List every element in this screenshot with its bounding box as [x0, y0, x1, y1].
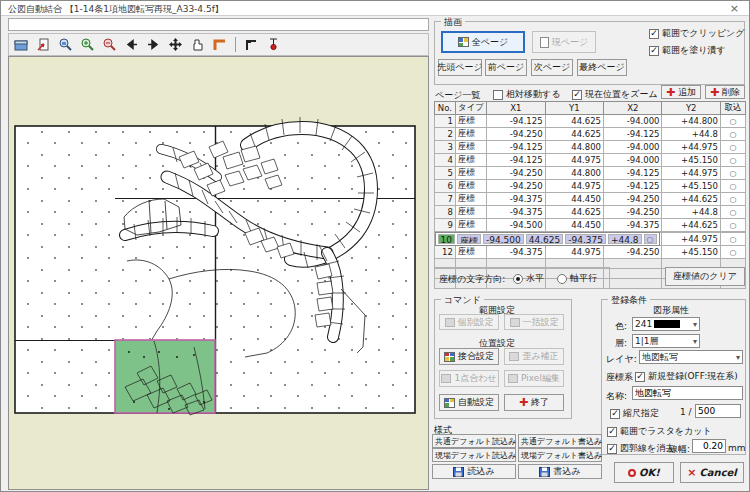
horizontal-radio-row[interactable]: 水平	[513, 272, 544, 285]
table-row[interactable]: 12座標-94.37544.975-94.250+45.150○	[435, 246, 746, 259]
clear-coordinates-button[interactable]: 座標値のクリア	[665, 267, 745, 286]
all-pages-label: 全ページ	[472, 36, 508, 49]
table-row[interactable]: 6座標-94.25044.975-94.125+45.150○	[435, 180, 746, 193]
chevron-down-icon: ▾	[736, 353, 740, 362]
write-button[interactable]: 書込み	[518, 464, 602, 479]
distortion-correct-button[interactable]: 歪み補正	[504, 348, 564, 365]
col-x2[interactable]: X2	[604, 102, 662, 115]
floppy-icon	[539, 467, 550, 477]
clip-checkbox-row[interactable]: 範囲でクリッピング	[649, 27, 744, 40]
coordinate-readout[interactable]	[8, 18, 429, 31]
site-default-read-button[interactable]: 現場デフォルト読込み	[432, 448, 516, 462]
corner-flag-icon[interactable]	[243, 36, 260, 53]
all-pages-button[interactable]: 全ページ	[441, 31, 525, 53]
first-page-button[interactable]: 先頭ページ	[438, 59, 482, 76]
color-select[interactable]: 241 ▾	[632, 317, 700, 331]
raster-cut-checkbox[interactable]	[607, 427, 617, 437]
common-default-read-button[interactable]: 共通デフォルト読込み	[432, 434, 516, 448]
col-import[interactable]: 取込	[720, 102, 745, 115]
ok-button[interactable]: OK!	[614, 462, 674, 483]
pan-icon[interactable]	[167, 36, 184, 53]
new-register-checkbox[interactable]	[635, 372, 645, 382]
arrow-left-icon[interactable]	[123, 36, 140, 53]
add-button[interactable]: ✚ 追加	[661, 85, 701, 99]
delete-label: 削除	[722, 86, 740, 99]
scale-input[interactable]	[695, 404, 741, 418]
drawing-group-label: 描画	[441, 16, 465, 29]
zoom-out-icon[interactable]	[101, 36, 118, 53]
table-row[interactable]: 5座標-94.25044.800-94.125+44.975○	[435, 167, 746, 180]
axis-parallel-radio[interactable]	[557, 274, 567, 284]
one-point-align-button[interactable]: 1点合わせ	[439, 370, 499, 387]
zoom-current-row[interactable]: 現在位置をズーム	[572, 88, 658, 101]
scale-checkbox[interactable]	[610, 409, 620, 419]
raster-cut-row[interactable]: 範囲でラスタをカット	[607, 425, 712, 438]
relative-move-checkbox[interactable]	[493, 90, 503, 100]
table-row[interactable]: 9座標-94.50044.450-94.375+44.625○	[435, 219, 746, 232]
close-icon[interactable]: ×	[730, 2, 739, 15]
pixel-edit-button[interactable]: Pixel編集	[504, 370, 564, 387]
col-y1[interactable]: Y1	[545, 102, 603, 115]
color-label: 色:	[615, 320, 627, 333]
col-type[interactable]: タイプ	[455, 102, 486, 115]
col-no[interactable]: No.	[435, 102, 456, 115]
fill-checkbox-label: 範囲を塗り潰す	[662, 44, 726, 57]
fill-checkbox[interactable]	[649, 46, 659, 56]
read-button[interactable]: 読込み	[432, 464, 516, 479]
cancel-x-icon: ×	[687, 468, 696, 477]
relative-move-row[interactable]: 相対移動する	[493, 88, 560, 101]
cancel-button[interactable]: × Cancel	[680, 462, 744, 483]
last-page-button[interactable]: 最終ページ	[577, 59, 627, 76]
zoom-window-icon[interactable]	[57, 36, 74, 53]
prev-page-button[interactable]: 前ページ	[485, 59, 527, 76]
table-row[interactable]: 10座標-94.50044.625-94.375+44.8○	[435, 232, 660, 246]
col-y2[interactable]: Y2	[662, 102, 720, 115]
scale-check-row[interactable]: 縮尺指定	[610, 407, 659, 420]
fill-checkbox-row[interactable]: 範囲を塗り潰す	[649, 44, 726, 57]
layer-select[interactable]: 1|1層 ▾	[632, 334, 700, 348]
zoom-current-checkbox[interactable]	[572, 90, 582, 100]
hand-icon[interactable]	[189, 36, 206, 53]
table-row[interactable]: 7座標-94.37544.450-94.250+44.625○	[435, 193, 746, 206]
clip-checkbox[interactable]	[649, 29, 659, 39]
axis-parallel-radio-row[interactable]: 軸平行	[557, 272, 597, 285]
current-page-button[interactable]: 現ページ	[532, 31, 596, 53]
table-row[interactable]: 1座標-94.12544.625-94.000+44.800○	[435, 115, 746, 128]
horizontal-radio[interactable]	[513, 274, 523, 284]
individual-setting-button[interactable]: 個別設定	[439, 314, 499, 330]
table-row[interactable]: 2座標-94.25044.625-94.125+44.8○	[435, 128, 746, 141]
map-canvas[interactable]	[8, 56, 429, 490]
table-row[interactable]: 3座標-94.12544.800-94.000+44.975○	[435, 141, 746, 154]
new-register-row[interactable]: 新規登録(OFF:現在系)	[635, 370, 738, 383]
table-row[interactable]: 4座標-94.12544.975-94.000+45.150○	[435, 154, 746, 167]
site-default-write-button[interactable]: 現場デフォルト書込み	[518, 448, 602, 462]
col-x1[interactable]: X1	[487, 102, 545, 115]
border-erase-checkbox[interactable]	[607, 444, 617, 454]
batch-setting-button[interactable]: 一括設定	[504, 314, 564, 330]
current-page-highlight[interactable]	[115, 340, 215, 415]
next-page-button[interactable]: 次ページ	[531, 59, 573, 76]
name-input[interactable]	[632, 386, 743, 400]
chevron-down-icon: ▾	[693, 337, 697, 346]
new-register-label: 新規登録(OFF:現在系)	[648, 370, 738, 383]
table-row[interactable]: 8座標-94.37544.625-94.250+44.8○	[435, 206, 746, 219]
join-setting-button[interactable]: 接合設定	[439, 348, 499, 365]
arrow-right-icon[interactable]	[145, 36, 162, 53]
border-erase-row[interactable]: 図郭線を消去	[607, 442, 674, 455]
open-file-icon[interactable]	[13, 36, 30, 53]
auto-setting-button[interactable]: 自動設定	[439, 394, 499, 411]
distortion-correct-icon	[509, 352, 519, 361]
plumb-pin-icon[interactable]	[265, 36, 282, 53]
zoom-in-icon[interactable]	[79, 36, 96, 53]
corner-orange-icon[interactable]	[211, 36, 228, 53]
delete-button[interactable]: ✚ 削除	[705, 85, 745, 99]
register-group-label: 登録条件	[608, 294, 650, 307]
layer2-select[interactable]: 地図転写 ▾	[639, 350, 743, 364]
common-default-write-button[interactable]: 共通デフォルト書込み	[518, 434, 602, 448]
line-width-input[interactable]	[692, 439, 726, 453]
page-select-icon[interactable]	[35, 36, 52, 53]
table-header-row: No. タイプ X1 Y1 X2 Y2 取込	[435, 102, 746, 115]
table-body[interactable]: 1座標-94.12544.625-94.000+44.800○2座標-94.25…	[435, 115, 746, 289]
end-button[interactable]: ✚ 終了	[504, 394, 564, 411]
current-page-icon	[540, 37, 549, 48]
